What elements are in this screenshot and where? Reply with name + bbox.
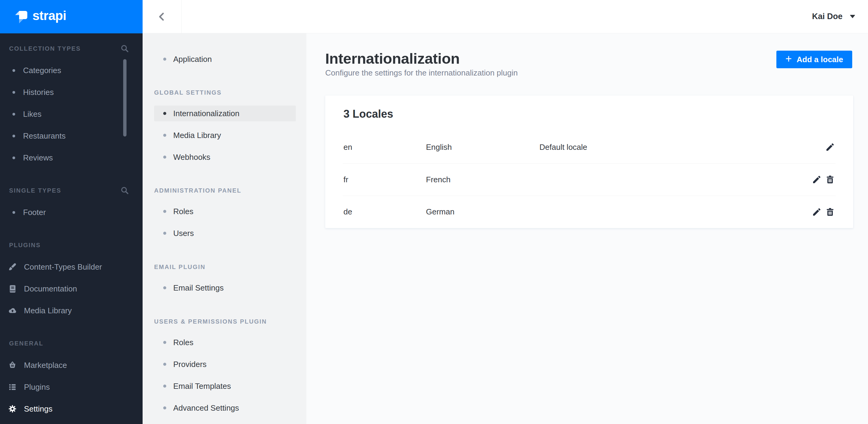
sidebar-item-documentation[interactable]: Documentation: [0, 278, 143, 300]
edit-locale-button[interactable]: [812, 175, 822, 185]
search-icon[interactable]: [120, 44, 129, 53]
locale-name: German: [426, 207, 539, 217]
section-header-plugins: PLUGINS: [0, 240, 143, 250]
sidebar-item-content-types-builder[interactable]: Content-Types Builder: [0, 256, 143, 278]
bullet-icon: [12, 91, 15, 94]
sidebar-item-settings[interactable]: Settings: [0, 398, 143, 420]
bullet-icon: [163, 232, 166, 235]
section-header-general: GENERAL: [0, 339, 143, 348]
edit-locale-button[interactable]: [812, 207, 822, 217]
bullet-icon: [163, 341, 166, 344]
search-icon[interactable]: [120, 186, 129, 194]
bullet-icon: [163, 210, 166, 213]
top-header: Kai Doe: [143, 0, 868, 33]
sidebar-item-footer[interactable]: Footer: [0, 201, 143, 223]
collection-types-list: Categories Histories Likes Restaurants R…: [0, 60, 143, 169]
strapi-logo-text: strapi: [32, 9, 66, 24]
gear-icon: [8, 404, 17, 413]
locales-card: 3 Locales en English Default locale fr F…: [325, 96, 853, 228]
settings-nav-email-settings[interactable]: Email Settings: [143, 277, 306, 299]
plugins-list: Content-Types Builder Documentation Medi…: [0, 256, 143, 322]
table-row-en[interactable]: en English Default locale: [325, 131, 853, 163]
user-menu[interactable]: Kai Doe: [812, 12, 868, 21]
delete-locale-button[interactable]: [825, 175, 835, 185]
settings-nav-label: Media Library: [173, 131, 221, 140]
sidebar-item-label: Categories: [23, 66, 61, 75]
settings-nav-advanced-settings[interactable]: Advanced Settings: [143, 397, 306, 419]
add-locale-button[interactable]: + Add a locale: [776, 51, 852, 68]
settings-nav-email-templates[interactable]: Email Templates: [143, 375, 306, 397]
table-row-fr[interactable]: fr French: [325, 163, 853, 196]
settings-nav-admin-users[interactable]: Users: [143, 222, 306, 244]
sidebar-item-label: Media Library: [24, 306, 72, 316]
section-header-single-types: SINGLE TYPES: [0, 186, 143, 195]
sidebar-scrollbar[interactable]: [123, 59, 126, 136]
settings-group-users-permissions-plugin: USERS & PERMISSIONS PLUGIN: [143, 317, 306, 326]
bullet-icon: [12, 113, 15, 116]
settings-nav-application[interactable]: Application: [143, 48, 306, 70]
settings-sidebar: Application GLOBAL SETTINGS Internationa…: [143, 33, 306, 424]
list-icon: [8, 383, 17, 391]
edit-locale-button[interactable]: [825, 142, 835, 152]
strapi-logo[interactable]: strapi: [0, 0, 143, 33]
settings-nav-label: Users: [173, 229, 194, 238]
bullet-icon: [12, 157, 15, 159]
settings-nav-label: Roles: [173, 338, 193, 347]
settings-nav-admin-roles[interactable]: Roles: [143, 200, 306, 222]
locales-card-header: 3 Locales: [325, 96, 853, 131]
sidebar-item-plugins[interactable]: Plugins: [0, 376, 143, 398]
sidebar-item-likes[interactable]: Likes: [0, 103, 143, 125]
section-header-label: PLUGINS: [9, 242, 41, 249]
sidebar-item-label: Histories: [23, 88, 54, 97]
locale-code: de: [343, 207, 426, 217]
bullet-icon: [163, 112, 166, 115]
settings-nav-up-roles[interactable]: Roles: [143, 331, 306, 353]
sidebar-item-label: Documentation: [24, 284, 77, 294]
delete-locale-button[interactable]: [825, 207, 835, 217]
row-actions: [812, 175, 835, 185]
sidebar-item-media-library[interactable]: Media Library: [0, 300, 143, 322]
bullet-icon: [163, 406, 166, 410]
strapi-logo-icon: [15, 10, 27, 23]
sidebar-item-label: Reviews: [23, 153, 53, 163]
settings-group-administration-panel: ADMINISTRATION PANEL: [143, 186, 306, 195]
settings-nav-internationalization[interactable]: Internationalization: [143, 102, 306, 124]
sidebar-item-marketplace[interactable]: Marketplace: [0, 354, 143, 376]
user-name: Kai Doe: [812, 12, 842, 21]
page-subtitle: Configure the settings for the internati…: [325, 68, 868, 77]
back-button[interactable]: [143, 0, 182, 33]
locale-name: French: [426, 175, 539, 185]
bullet-icon: [163, 363, 166, 366]
chevron-down-icon: [850, 15, 855, 18]
main-content: Internationalization Configure the setti…: [306, 33, 868, 424]
plus-icon: +: [785, 54, 792, 66]
add-locale-button-label: Add a locale: [797, 55, 843, 64]
section-header-collection-types: COLLECTION TYPES: [0, 44, 143, 53]
brush-icon: [8, 263, 17, 271]
settings-nav-providers[interactable]: Providers: [143, 353, 306, 375]
bullet-icon: [12, 135, 15, 137]
sidebar-item-histories[interactable]: Histories: [0, 81, 143, 103]
chevron-left-icon: [157, 11, 167, 22]
sidebar-item-reviews[interactable]: Reviews: [0, 147, 143, 169]
bullet-icon: [163, 156, 166, 159]
bullet-icon: [163, 286, 166, 289]
section-header-label: COLLECTION TYPES: [9, 45, 81, 52]
sidebar-item-label: Plugins: [24, 383, 50, 392]
sidebar-item-restaurants[interactable]: Restaurants: [0, 125, 143, 147]
settings-nav-label: Email Settings: [173, 283, 224, 293]
settings-nav-label: Internationalization: [173, 109, 239, 118]
settings-nav-label: Roles: [173, 207, 193, 216]
locale-code: fr: [343, 175, 426, 185]
settings-nav-label: Webhooks: [173, 153, 210, 162]
sidebar-item-label: Marketplace: [24, 361, 67, 370]
table-row-de[interactable]: de German: [325, 196, 853, 228]
bullet-icon: [163, 134, 166, 137]
settings-nav-media-library[interactable]: Media Library: [143, 124, 306, 146]
settings-nav-webhooks[interactable]: Webhooks: [143, 146, 306, 168]
bullet-icon: [12, 211, 15, 214]
locales-count-heading: 3 Locales: [343, 108, 393, 120]
sidebar-item-categories[interactable]: Categories: [0, 60, 143, 81]
sidebar-item-label: Content-Types Builder: [24, 262, 102, 272]
sidebar-item-label: Likes: [23, 109, 41, 119]
